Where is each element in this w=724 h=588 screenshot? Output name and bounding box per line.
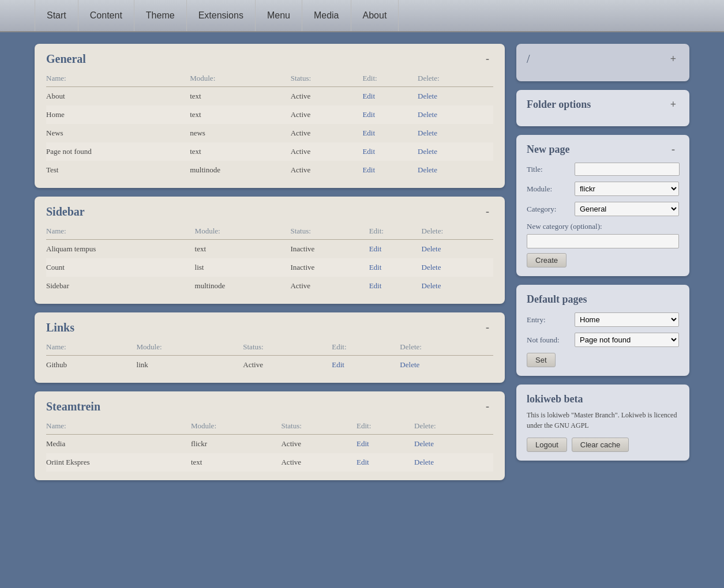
- entry-row: Entry: Home: [527, 312, 679, 327]
- nav-about[interactable]: About: [351, 0, 399, 31]
- entry-select[interactable]: Home: [575, 312, 679, 327]
- row-status: Active: [291, 142, 363, 161]
- folder-options-card: Folder options +: [516, 90, 689, 126]
- default-pages-card: Default pages Entry: Home Not found: Pag…: [516, 285, 689, 376]
- folder-options-plus-icon[interactable]: +: [667, 99, 679, 111]
- edit-link[interactable]: Edit: [332, 360, 344, 369]
- table-row: Github link Active Edit Delete: [46, 356, 493, 375]
- row-status: Active: [291, 87, 363, 106]
- steamtrein-table-header-row: Name: Module: Status: Edit: Delete:: [46, 419, 493, 435]
- delete-link[interactable]: Delete: [418, 110, 437, 119]
- row-name: Oriint Ekspres: [46, 453, 191, 472]
- edit-link[interactable]: Edit: [362, 165, 375, 174]
- nav-media[interactable]: Media: [302, 0, 351, 31]
- row-module: list: [195, 258, 291, 277]
- steamtrein-header: Steamtrein -: [46, 400, 493, 413]
- not-found-label: Not found:: [527, 336, 570, 345]
- links-table: Name: Module: Status: Edit: Delete: Gith…: [46, 340, 493, 374]
- delete-link[interactable]: Delete: [400, 360, 419, 369]
- nav-menu[interactable]: Menu: [256, 0, 302, 31]
- row-status: Active: [291, 105, 363, 124]
- row-module: news: [190, 124, 290, 142]
- row-module: link: [137, 356, 243, 375]
- sidebar-header: Sidebar -: [46, 205, 493, 218]
- new-page-toggle[interactable]: -: [667, 144, 679, 156]
- row-status: Inactive: [290, 258, 369, 277]
- clear-cache-button[interactable]: Clear cache: [572, 438, 629, 452]
- delete-link[interactable]: Delete: [418, 92, 437, 100]
- category-select[interactable]: General: [575, 202, 679, 216]
- sidebar-col-status: Status:: [290, 224, 369, 240]
- general-col-name: Name:: [46, 71, 190, 87]
- edit-link[interactable]: Edit: [362, 110, 375, 119]
- edit-link[interactable]: Edit: [369, 263, 382, 272]
- table-row: Page not found text Active Edit Delete: [46, 142, 493, 161]
- row-module: multinode: [195, 277, 291, 295]
- sidebar-toggle[interactable]: -: [482, 206, 493, 218]
- not-found-row: Not found: Page not found: [527, 333, 679, 347]
- edit-link[interactable]: Edit: [362, 147, 375, 156]
- sidebar-col-module: Module:: [195, 224, 291, 240]
- delete-link[interactable]: Delete: [418, 147, 437, 156]
- category-row: Category: General: [527, 202, 679, 216]
- nav-content[interactable]: Content: [78, 0, 134, 31]
- nav-extensions[interactable]: Extensions: [187, 0, 256, 31]
- module-field-label: Module:: [527, 184, 570, 194]
- general-toggle[interactable]: -: [482, 53, 493, 65]
- category-field-label: Category:: [527, 205, 570, 214]
- sidebar-table-header-row: Name: Module: Status: Edit: Delete:: [46, 224, 493, 240]
- nav-start[interactable]: Start: [35, 0, 78, 31]
- links-card: Links - Name: Module: Status: Edit: Dele…: [35, 312, 505, 383]
- links-toggle[interactable]: -: [482, 322, 493, 334]
- delete-link[interactable]: Delete: [418, 165, 437, 174]
- row-status: Active: [243, 356, 332, 375]
- steamtrein-toggle[interactable]: -: [482, 401, 493, 413]
- not-found-select[interactable]: Page not found: [575, 333, 679, 347]
- row-module: multinode: [190, 161, 290, 179]
- table-row: News news Active Edit Delete: [46, 124, 493, 142]
- title-input[interactable]: [575, 163, 680, 176]
- edit-link[interactable]: Edit: [369, 281, 382, 290]
- nav-theme[interactable]: Theme: [134, 0, 187, 31]
- module-select[interactable]: flickr: [575, 182, 679, 196]
- delete-link[interactable]: Delete: [414, 458, 434, 466]
- edit-link[interactable]: Edit: [369, 244, 382, 253]
- table-row: Count list Inactive Edit Delete: [46, 258, 493, 277]
- row-module: text: [190, 87, 290, 106]
- steamtrein-table: Name: Module: Status: Edit: Delete: Medi…: [46, 419, 493, 472]
- sidebar-title: Sidebar: [46, 205, 85, 218]
- row-name: Home: [46, 105, 190, 124]
- edit-link[interactable]: Edit: [362, 92, 375, 100]
- logout-button[interactable]: Logout: [527, 438, 567, 452]
- delete-link[interactable]: Delete: [418, 129, 437, 137]
- table-row: Test multinode Active Edit Delete: [46, 161, 493, 179]
- delete-link[interactable]: Delete: [422, 281, 441, 290]
- path-header: / +: [527, 52, 679, 66]
- edit-link[interactable]: Edit: [362, 129, 375, 137]
- row-name: Sidebar: [46, 277, 195, 295]
- row-status: Active: [281, 453, 357, 472]
- row-name: News: [46, 124, 190, 142]
- row-status: Active: [281, 435, 357, 454]
- main-container: General - Name: Module: Status: Edit: De…: [0, 32, 724, 492]
- set-button[interactable]: Set: [527, 353, 556, 367]
- new-page-title: New page: [527, 144, 570, 156]
- row-status: Inactive: [290, 240, 369, 259]
- create-button[interactable]: Create: [527, 253, 567, 267]
- delete-link[interactable]: Delete: [422, 263, 441, 272]
- row-module: text: [190, 142, 290, 161]
- row-name: Count: [46, 258, 195, 277]
- row-module: text: [190, 105, 290, 124]
- path-plus-icon[interactable]: +: [667, 53, 679, 65]
- edit-link[interactable]: Edit: [357, 439, 369, 448]
- steamtrein-col-edit: Edit:: [357, 419, 414, 435]
- row-name: About: [46, 87, 190, 106]
- new-category-input[interactable]: [527, 234, 679, 248]
- new-page-card: New page - Title: Module: flickr Categor…: [516, 135, 689, 276]
- delete-link[interactable]: Delete: [422, 244, 441, 253]
- delete-link[interactable]: Delete: [414, 439, 434, 448]
- row-status: Active: [291, 124, 363, 142]
- edit-link[interactable]: Edit: [357, 458, 369, 466]
- module-row: Module: flickr: [527, 182, 679, 196]
- general-title: General: [46, 52, 86, 66]
